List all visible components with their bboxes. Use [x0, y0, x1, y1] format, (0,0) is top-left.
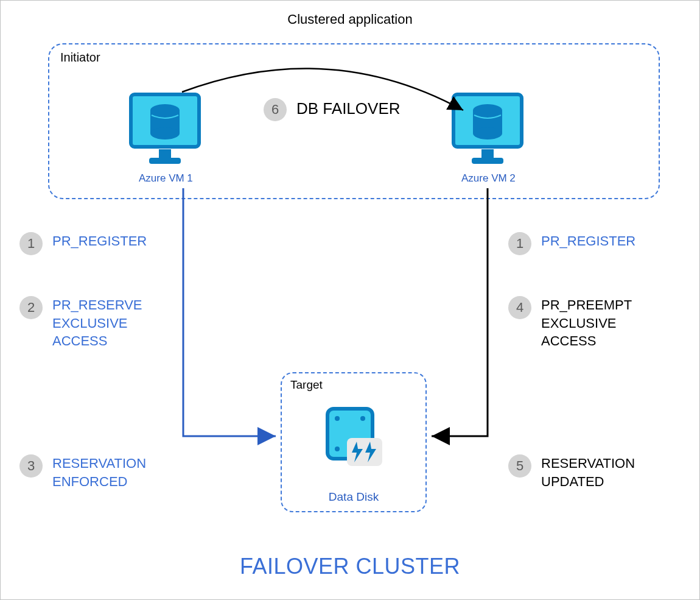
data-disk-icon: [321, 404, 388, 471]
footer-title: FAILOVER CLUSTER: [1, 554, 699, 579]
target-label: Target: [290, 378, 323, 392]
step-4-label: PR_PREEMPT EXCLUSIVE ACCESS: [541, 296, 632, 350]
badge-4: 4: [508, 296, 531, 319]
step-3-label: RESERVATION ENFORCED: [52, 454, 146, 490]
step-5: 5 RESERVATION UPDATED: [508, 454, 635, 490]
step-2-label: PR_RESERVE EXCLUSIVE ACCESS: [52, 296, 142, 350]
step-6-label: DB FAILOVER: [296, 98, 401, 119]
step-1-right-label: PR_REGISTER: [541, 232, 635, 250]
svg-rect-2: [149, 158, 181, 164]
svg-rect-8: [472, 158, 503, 164]
step-3: 3 RESERVATION ENFORCED: [19, 454, 146, 490]
svg-rect-7: [481, 149, 494, 158]
svg-point-15: [335, 446, 340, 451]
svg-rect-1: [159, 149, 171, 158]
step-4: 4 PR_PREEMPT EXCLUSIVE ACCESS: [508, 296, 632, 350]
badge-6: 6: [264, 98, 287, 121]
badge-1-left: 1: [19, 232, 43, 255]
svg-point-13: [335, 416, 340, 421]
badge-2: 2: [19, 296, 43, 319]
step-1-right: 1 PR_REGISTER: [508, 232, 635, 255]
step-5-label: RESERVATION UPDATED: [541, 454, 635, 490]
svg-point-14: [360, 416, 365, 421]
diagram-canvas: Clustered application Initiator Azure VM…: [0, 0, 700, 600]
title-clustered-application: Clustered application: [1, 12, 699, 27]
azure-vm-2-label: Azure VM 2: [461, 172, 516, 185]
azure-vm-1-label: Azure VM 1: [139, 172, 193, 185]
svg-point-5: [150, 127, 180, 139]
badge-5: 5: [508, 454, 531, 478]
step-1-left: 1 PR_REGISTER: [19, 232, 147, 255]
step-1-left-label: PR_REGISTER: [52, 232, 147, 250]
badge-1-right: 1: [508, 232, 531, 255]
target-box: Target Data Disk: [281, 372, 427, 512]
data-disk-label: Data Disk: [282, 490, 425, 504]
azure-vm-1-icon: [128, 92, 201, 171]
badge-3: 3: [19, 454, 43, 478]
initiator-label: Initiator: [60, 51, 100, 65]
svg-point-11: [473, 127, 502, 139]
azure-vm-2-icon: [451, 92, 524, 171]
step-2: 2 PR_RESERVE EXCLUSIVE ACCESS: [19, 296, 142, 350]
step-6: 6 DB FAILOVER: [264, 98, 401, 121]
